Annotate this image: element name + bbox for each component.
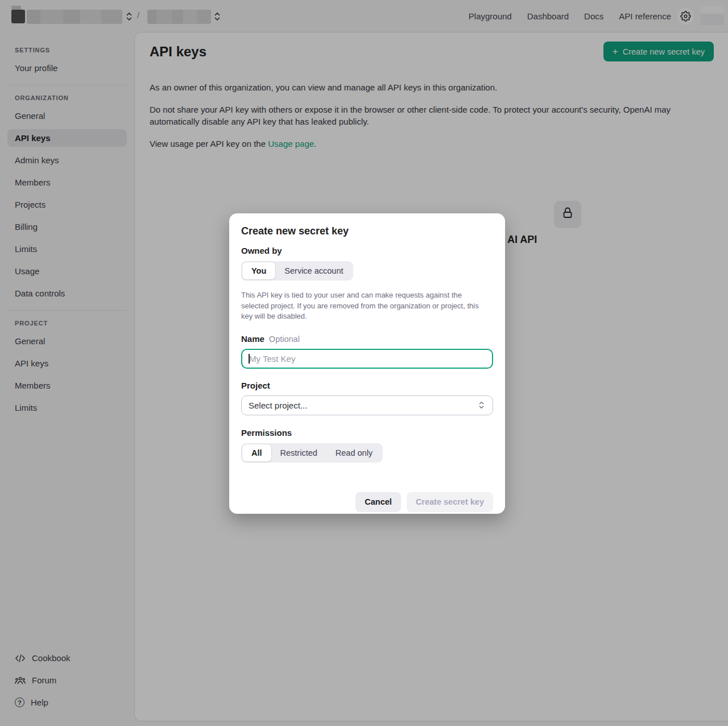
name-input-wrapper — [241, 349, 493, 369]
owner-option-you[interactable]: You — [242, 262, 275, 279]
permissions-segmented-control: All Restricted Read only — [241, 443, 383, 463]
key-name-input[interactable] — [241, 349, 493, 369]
modal-title: Create new secret key — [241, 225, 493, 237]
project-select[interactable]: Select project... — [241, 395, 493, 415]
permissions-option-all[interactable]: All — [242, 444, 271, 461]
permissions-option-read-only[interactable]: Read only — [326, 444, 382, 461]
text-cursor — [249, 354, 250, 364]
owner-option-service-account[interactable]: Service account — [275, 262, 352, 279]
project-label: Project — [241, 381, 493, 390]
permissions-option-restricted[interactable]: Restricted — [271, 444, 326, 461]
chevron-updown-icon — [477, 401, 486, 410]
owned-by-label: Owned by — [241, 246, 493, 255]
create-secret-key-modal: Create new secret key Owned by You Servi… — [229, 213, 505, 514]
name-label: Name — [241, 334, 264, 344]
name-optional-label: Optional — [269, 335, 300, 344]
create-secret-key-submit-button[interactable]: Create secret key — [407, 492, 493, 512]
owned-by-segmented-control: You Service account — [241, 261, 353, 280]
owner-description: This API key is tied to your user and ca… — [241, 290, 487, 322]
name-label-row: Name Optional — [241, 334, 493, 344]
project-select-value: Select project... — [249, 401, 307, 410]
cancel-button[interactable]: Cancel — [355, 492, 401, 512]
permissions-label: Permissions — [241, 428, 493, 438]
modal-footer: Cancel Create secret key — [241, 492, 493, 512]
